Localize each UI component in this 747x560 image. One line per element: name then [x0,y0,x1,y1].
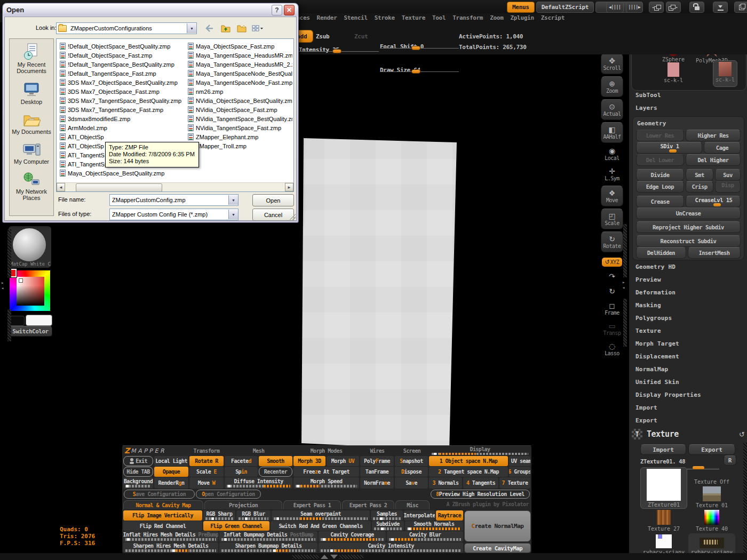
file-list-item[interactable]: NVidia_TangentSpace_BestQuality.zmp [188,114,292,123]
file-list-item[interactable]: Maya_TangentSpace_HeadusMR_2.zmp [188,60,292,69]
zmapper-button[interactable]: Dispose [395,467,428,477]
toolbar-button[interactable]: ✥ Scroll [601,53,623,74]
toolbar-button[interactable]: ⊙ Actual [601,99,623,120]
toolbar-button[interactable]: ↻ [601,285,623,298]
geometry-button[interactable]: Reconstruct Subdiv [636,235,741,247]
tool-section-header[interactable]: Geometry HD [635,260,743,273]
file-list[interactable]: !Default_ObjectSpace_BestQuality.zmp !De… [56,38,294,192]
zmapper-button[interactable]: Samples [371,510,403,521]
file-list-item[interactable]: Maya_ObjectSpace_Fast.zmp [188,42,292,51]
menus-button[interactable]: Menus [507,2,535,13]
zmapper-tab[interactable]: Wires [360,446,394,455]
subtool-section-header[interactable]: SubTool [635,89,661,101]
zmapper-button[interactable]: RGB Sharp [203,510,235,521]
toolbar-button[interactable]: ❖ Move [601,186,623,206]
zmapper-button[interactable]: 2 Tangent space N.Map [429,467,508,477]
toolbar-button[interactable]: ↺ XYZ [602,258,622,267]
file-list-item[interactable]: 3DS Max7_ObjectSpace_Fast.zmp [60,87,185,96]
color-picker[interactable] [10,270,50,311]
file-list-item[interactable]: !Default_TangentSpace_Fast.zmp [60,69,185,78]
file-list-item[interactable]: ArmModel.zmp [60,123,185,132]
texture-item[interactable]: rybacy-sciany [688,533,735,556]
restore-button[interactable] [734,2,747,13]
zmapper-tab[interactable]: Transform [189,446,224,455]
new-folder-button[interactable] [235,22,248,34]
zmapper-button[interactable]: 5 UV seams [509,456,530,466]
lock-button[interactable] [689,2,704,13]
tool-section-header[interactable]: Unified Skin [635,375,743,388]
texture-item[interactable]: Texture 27 [640,510,687,532]
tool-section-header[interactable]: Export [635,414,743,427]
file-name-combobox[interactable]: ZMapperCustomConfig.zmp ▼ [109,194,239,206]
file-list-item[interactable]: 3DS Max7_TangentSpace_Fast.zmp [60,105,185,114]
up-one-level-button[interactable] [219,22,232,34]
zmapper-lower-tab[interactable]: Normal & Cavity Map [123,500,203,509]
zmapper-button[interactable]: Raytrace [436,510,463,521]
right-divider-scrollbar[interactable] [623,224,627,277]
menu-item[interactable]: Zscript [541,14,565,21]
zmapper-button[interactable]: 7 Texture [499,477,530,489]
tool-section-header[interactable]: Displacement [635,350,743,363]
left-panel-collapse-arrows[interactable]: ▸◂ [1,280,4,291]
menu-item[interactable]: Zoom [490,14,503,21]
zmapper-button[interactable]: Rotate R [189,456,224,466]
file-list-item[interactable]: 3DS Max7_ObjectSpace_BestQuality.zmp [60,78,185,87]
geometry-button[interactable]: Crease [636,196,684,207]
right-panel-collapse-arrows[interactable]: ▸◂ [622,279,625,290]
zmapper-button[interactable]: Cavity Blur [387,531,463,542]
zmapper-button[interactable]: Move W [189,477,224,489]
zmapper-button[interactable]: 3 Normals [429,477,462,489]
open-button[interactable]: Open [252,194,294,206]
files-of-type-dropdown-button[interactable]: ▼ [228,210,238,219]
color-picker-knob[interactable] [19,278,23,283]
toolbar-button[interactable]: ◌ Lasso [601,340,623,358]
tool-section-header[interactable]: Masking [635,299,743,311]
zmapper-button[interactable]: Diffuse Intensity [225,477,292,489]
zmapper-button[interactable]: 4 Tangents [463,477,498,489]
geometry-button[interactable]: Crisp [686,181,713,193]
rgb-intensity-slider[interactable]: Intensity 25 [299,44,379,53]
zmapper-button[interactable]: Inflat Hires Mesh Details PreBump [123,531,218,542]
menu-item[interactable]: Texture [402,14,425,21]
dialog-help-button[interactable]: ? [272,5,282,15]
file-list-item[interactable]: NVidia_ObjectSpace_BestQuality.zmp [188,96,292,105]
menu-item[interactable]: Tool [432,14,446,21]
zmapper-lower-tab[interactable]: Projection [204,500,282,509]
toolbar-button[interactable]: ◉ Local [601,145,623,163]
place-my-documents[interactable]: My Documents [11,113,52,135]
tool-section-header[interactable]: Deformation [635,286,743,299]
file-list-item[interactable]: nm26.zmp [188,87,292,96]
zmapper-button[interactable]: Opaque [154,467,188,477]
files-of-type-combobox[interactable]: ZMapper Custom Config File (*.zmp) ▼ [109,209,239,220]
geometry-button[interactable]: Higher Res [686,130,741,141]
file-list-item[interactable]: Maya_ObjectSpace_BestQuality.zmp [60,169,185,178]
zmapper-lower-tab[interactable]: Expert Pass 2 [342,500,394,509]
secondary-color-swatch[interactable] [10,316,25,326]
geometry-section-header[interactable]: Geometry [637,117,666,130]
texture-item[interactable]: Texture Off [688,467,735,485]
menu-item[interactable]: Stroke [375,14,395,21]
place-my-computer[interactable]: My Computer [11,142,52,165]
texture-palette-scrollbar[interactable] [743,443,747,560]
geometry-button[interactable]: InsertMesh [688,247,741,259]
create-normalmap-button[interactable]: Create NormalMap [464,510,531,542]
zmapper-button[interactable]: TanFrame [360,467,394,477]
toolbar-button[interactable]: ◧ AAHalf [601,122,623,143]
file-list-item[interactable]: NVidia_TangentSpace_Fast.zmp [188,123,292,132]
document-canvas-plane[interactable] [299,133,460,453]
zmapper-button[interactable]: Spin [225,467,258,477]
tool-item[interactable]: sc-k-l [713,60,737,87]
dialog-title-bar[interactable]: Open ? ✕ [3,4,298,16]
zmapper-button[interactable]: Cavity Intensity [319,542,463,553]
toolbar-button[interactable]: ⊕ Zoom [601,76,623,97]
scroll-down-arrow[interactable] [330,555,338,559]
zmapper-button[interactable]: Snapshot [395,456,428,466]
zmapper-button[interactable]: Exit [123,456,153,466]
file-list-item[interactable]: 3DS Max7_TangentSpace_BestQuality.zmp [60,96,185,105]
texture-export-button[interactable]: Export [688,444,735,455]
toolbar-button[interactable]: ↻ Rotate [601,231,623,252]
zsub-button[interactable]: Zsub [316,33,329,40]
zmapper-button[interactable]: Flip Green Channel [203,521,269,531]
focal-shift-slider[interactable]: Focal Shift 0 [380,41,459,51]
menu-item[interactable]: Zplugin [510,14,534,21]
